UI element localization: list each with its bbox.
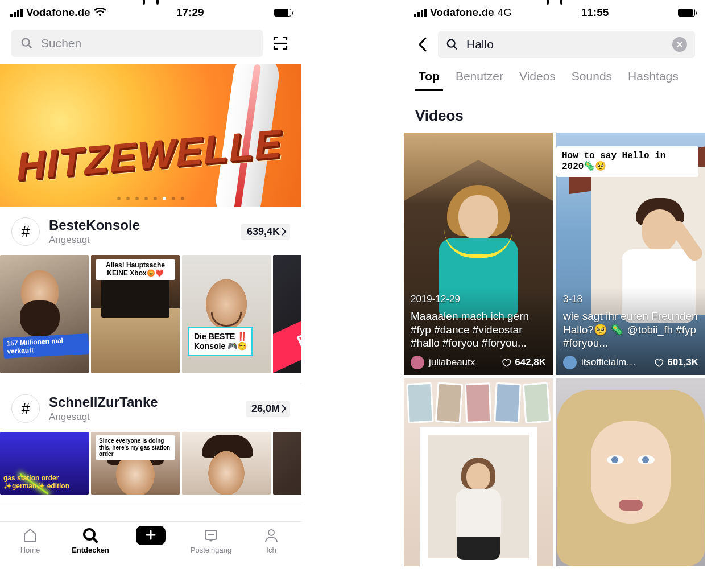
back-button[interactable] <box>414 33 431 56</box>
thumb-caption: Alles! Hauptsache KEINE Xbox😡❤️ <box>96 259 175 280</box>
video-grid: 2019-12-29 Maaaalen mach ich gern #fyp #… <box>404 133 705 566</box>
bottom-nav: Home Entdecken Posteingang Ich <box>0 521 301 571</box>
nav-label: Ich <box>266 546 276 554</box>
avatar <box>563 356 577 369</box>
status-right <box>274 9 291 17</box>
signal-icon <box>10 9 23 17</box>
search-placeholder: Suchen <box>41 36 81 50</box>
plus-icon <box>136 528 166 543</box>
thumb-caption: Die BESTE ‼️ Konsole 🎮☺️ <box>188 327 253 356</box>
video-date: 2019-12-29 <box>411 294 546 305</box>
home-icon <box>22 528 38 543</box>
nav-inbox[interactable]: Posteingang <box>181 528 241 554</box>
video-card[interactable]: How to say Hello in 2020🦠🥺 3-18 wie sagt… <box>556 133 705 375</box>
video-thumb[interactable]: 157 Millionen mal verkauft <box>0 255 89 373</box>
status-right <box>678 9 695 17</box>
hashtag-subtitle: Angesagt <box>49 411 237 423</box>
hashtag-count-button[interactable]: 639,4K <box>241 224 290 240</box>
tab-top[interactable]: Top <box>419 64 440 91</box>
clock: 17:29 <box>176 6 204 19</box>
hashtag-thumbs: gas station order ✨german✨ edition Since… <box>0 423 301 505</box>
video-user[interactable]: itsofficialm… <box>563 356 636 369</box>
carrier-label: Vodafone.de <box>430 6 494 19</box>
tab-hashtags[interactable]: Hashtags <box>628 64 679 91</box>
nav-me[interactable]: Ich <box>241 528 301 554</box>
nav-label: Posteingang <box>191 546 231 554</box>
qr-scan-button[interactable] <box>271 34 290 53</box>
video-thumb[interactable]: Die BESTE ‼️ Konsole 🎮☺️ <box>182 255 271 373</box>
video-thumb[interactable]: Beste <box>273 255 301 373</box>
search-row: Suchen <box>0 25 301 64</box>
hero-pagination <box>117 197 184 200</box>
section-title-videos: Videos <box>404 91 705 133</box>
thumb-caption: 157 Millionen mal verkauft <box>3 334 89 359</box>
svg-line-9 <box>454 46 457 49</box>
svg-line-1 <box>28 45 31 48</box>
search-icon <box>446 38 458 51</box>
username: itsofficialm… <box>581 357 636 368</box>
tab-users[interactable]: Benutzer <box>456 64 503 91</box>
hashtag-thumbs: 157 Millionen mal verkauft Alles! Haupts… <box>0 246 301 384</box>
thumb-caption: gas station order ✨german✨ edition <box>3 474 89 490</box>
hashtag-header[interactable]: # SchnellZurTanke Angesagt 26,0M <box>0 394 301 423</box>
video-caption: Maaaalen mach ich gern #fyp #dance #vide… <box>411 310 546 350</box>
notch-decor <box>143 0 159 5</box>
video-thumb[interactable]: Since everyone is doing this, here's my … <box>91 432 180 495</box>
clear-search-button[interactable] <box>672 37 687 52</box>
video-date: 3-18 <box>563 294 698 305</box>
signal-icon <box>414 9 427 17</box>
svg-point-0 <box>22 39 30 46</box>
username: juliabeautx <box>429 357 475 368</box>
video-card[interactable]: 2019-12-29 Maaaalen mach ich gern #fyp #… <box>404 133 553 375</box>
hashtag-icon: # <box>11 217 40 246</box>
battery-icon <box>274 9 291 17</box>
svg-point-7 <box>268 530 274 535</box>
hashtag-count: 639,4K <box>247 226 280 238</box>
video-user[interactable]: juliabeautx <box>411 356 475 369</box>
video-likes: 642,8K <box>501 357 546 368</box>
video-card[interactable] <box>404 378 553 566</box>
inbox-icon <box>203 528 219 543</box>
hashtag-title: SchnellZurTanke <box>49 394 237 410</box>
wifi-icon <box>94 8 106 17</box>
phone-discover: Vodafone.de 17:29 Suchen HITZEWELLE <box>0 0 301 571</box>
nav-discover[interactable]: Entdecken <box>60 528 121 554</box>
search-input[interactable]: Hallo <box>438 31 695 58</box>
video-card[interactable] <box>556 378 705 566</box>
search-value: Hallo <box>466 38 664 51</box>
status-left: Vodafone.de <box>10 6 106 19</box>
carrier-label: Vodafone.de <box>26 6 90 19</box>
hashtag-count-button[interactable]: 26,0M <box>246 401 290 417</box>
thumb-caption: Since everyone is doing this, here's my … <box>96 435 175 460</box>
video-thumb[interactable] <box>182 432 271 495</box>
nav-home[interactable]: Home <box>0 528 60 554</box>
hashtag-count: 26,0M <box>251 403 280 415</box>
video-thumb[interactable]: gas station order ✨german✨ edition <box>0 432 89 495</box>
video-likes: 601,3K <box>653 357 698 368</box>
tab-videos[interactable]: Videos <box>519 64 556 91</box>
discover-scroll[interactable]: HITZEWELLE # BesteKonsole Angesagt 639,4… <box>0 64 301 571</box>
like-count: 642,8K <box>515 357 546 368</box>
hashtag-section: # SchnellZurTanke Angesagt 26,0M gas sta… <box>0 384 301 505</box>
clock: 11:55 <box>581 6 609 19</box>
hashtag-texts: BesteKonsole Angesagt <box>49 217 232 246</box>
video-thumb[interactable]: Alles! Hauptsache KEINE Xbox😡❤️ <box>91 255 180 373</box>
hashtag-icon: # <box>11 394 40 423</box>
hashtag-header[interactable]: # BesteKonsole Angesagt 639,4K <box>0 217 301 246</box>
hashtag-title: BesteKonsole <box>49 217 232 233</box>
video-thumb[interactable] <box>273 432 301 495</box>
search-row: Hallo <box>404 25 705 64</box>
status-left: Vodafone.de 4G <box>414 6 512 19</box>
hero-banner[interactable]: HITZEWELLE <box>0 64 301 207</box>
search-icon <box>82 528 98 543</box>
heart-icon <box>653 357 664 368</box>
heart-icon <box>501 357 511 368</box>
avatar <box>411 356 424 369</box>
nav-label: Home <box>20 546 40 554</box>
like-count: 601,3K <box>667 357 698 368</box>
phone-search: Vodafone.de 4G 11:55 Hallo Top Benutzer … <box>404 0 705 571</box>
search-input[interactable]: Suchen <box>11 30 263 57</box>
tab-sounds[interactable]: Sounds <box>572 64 612 91</box>
nav-create[interactable] <box>121 528 181 543</box>
hashtag-section: # BesteKonsole Angesagt 639,4K 157 Milli… <box>0 207 301 384</box>
